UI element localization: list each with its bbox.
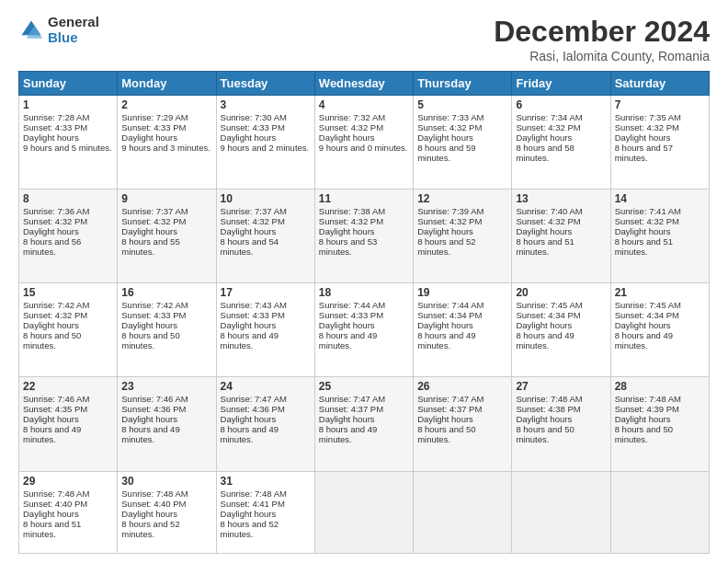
day-number: 12	[417, 192, 507, 205]
table-row: 20 Sunrise: 7:45 AM Sunset: 4:34 PM Dayl…	[512, 283, 610, 377]
table-row: 31 Sunrise: 7:48 AM Sunset: 4:41 PM Dayl…	[216, 471, 314, 553]
daylight-label: Daylight hours	[23, 132, 79, 143]
daylight-value: 8 hours and 59 minutes.	[417, 143, 475, 163]
logo-blue: Blue	[48, 30, 99, 46]
daylight-value: 8 hours and 51 minutes.	[615, 236, 673, 257]
sunset-label: Sunset: 4:33 PM	[121, 310, 186, 320]
sunset-label: Sunset: 4:35 PM	[23, 404, 87, 414]
day-number: 27	[516, 380, 606, 393]
daylight-value: 8 hours and 57 minutes.	[615, 143, 673, 163]
table-row: 23 Sunrise: 7:46 AM Sunset: 4:36 PM Dayl…	[118, 377, 216, 471]
daylight-label: Daylight hours	[417, 414, 473, 424]
day-number: 13	[516, 192, 606, 205]
daylight-label: Daylight hours	[23, 414, 79, 424]
daylight-value: 8 hours and 54 minutes.	[221, 236, 279, 257]
sunset-label: Sunset: 4:39 PM	[615, 404, 679, 414]
daylight-label: Daylight hours	[319, 320, 375, 330]
daylight-label: Daylight hours	[417, 132, 473, 143]
sunset-label: Sunset: 4:33 PM	[221, 122, 285, 132]
header-wednesday: Wednesday	[314, 72, 413, 96]
daylight-label: Daylight hours	[615, 320, 671, 330]
calendar-week-row: 15 Sunrise: 7:42 AM Sunset: 4:32 PM Dayl…	[19, 283, 710, 377]
header-thursday: Thursday	[414, 72, 512, 96]
sunset-label: Sunset: 4:32 PM	[121, 216, 186, 226]
table-row: 26 Sunrise: 7:47 AM Sunset: 4:37 PM Dayl…	[414, 377, 512, 471]
daylight-value: 8 hours and 55 minutes.	[121, 236, 179, 257]
table-row: 25 Sunrise: 7:47 AM Sunset: 4:37 PM Dayl…	[314, 377, 413, 471]
table-row: 21 Sunrise: 7:45 AM Sunset: 4:34 PM Dayl…	[610, 283, 709, 377]
logo: General Blue	[18, 15, 99, 45]
logo-general: General	[48, 15, 99, 30]
sunrise-label: Sunrise: 7:43 AM	[221, 300, 287, 310]
daylight-value: 8 hours and 49 minutes.	[23, 424, 81, 444]
day-number: 14	[615, 192, 705, 205]
day-number: 1	[23, 98, 113, 111]
calendar-week-row: 8 Sunrise: 7:36 AM Sunset: 4:32 PM Dayli…	[19, 190, 710, 283]
daylight-label: Daylight hours	[417, 320, 473, 330]
day-number: 15	[23, 286, 113, 299]
daylight-label: Daylight hours	[121, 414, 177, 424]
table-row: 19 Sunrise: 7:44 AM Sunset: 4:34 PM Dayl…	[414, 283, 512, 377]
calendar-week-row: 1 Sunrise: 7:28 AM Sunset: 4:33 PM Dayli…	[19, 96, 710, 190]
logo-text: General Blue	[48, 15, 99, 45]
sunrise-label: Sunrise: 7:44 AM	[417, 300, 483, 310]
sunrise-label: Sunrise: 7:34 AM	[516, 112, 582, 122]
table-row: 16 Sunrise: 7:42 AM Sunset: 4:33 PM Dayl…	[118, 283, 216, 377]
sunset-label: Sunset: 4:40 PM	[121, 499, 186, 509]
sunrise-label: Sunrise: 7:44 AM	[319, 300, 385, 310]
sunset-label: Sunset: 4:34 PM	[615, 310, 679, 320]
header: General Blue December 2024 Rasi, Ialomit…	[18, 15, 710, 63]
day-number: 24	[221, 380, 311, 393]
sunset-label: Sunset: 4:40 PM	[23, 499, 87, 509]
daylight-label: Daylight hours	[516, 132, 572, 143]
day-number: 10	[221, 192, 311, 205]
daylight-value: 8 hours and 51 minutes.	[23, 519, 81, 539]
daylight-value: 8 hours and 56 minutes.	[23, 236, 81, 257]
sunrise-label: Sunrise: 7:45 AM	[516, 300, 582, 310]
day-number: 26	[417, 380, 507, 393]
table-row: 28 Sunrise: 7:48 AM Sunset: 4:39 PM Dayl…	[610, 377, 709, 471]
day-number: 23	[121, 380, 211, 393]
daylight-label: Daylight hours	[221, 320, 277, 330]
sunrise-label: Sunrise: 7:28 AM	[23, 112, 89, 122]
month-title: December 2024	[494, 15, 710, 49]
logo-icon	[18, 17, 44, 43]
day-number: 28	[615, 380, 705, 393]
sunset-label: Sunset: 4:32 PM	[516, 216, 580, 226]
daylight-value: 8 hours and 50 minutes.	[615, 424, 673, 444]
daylight-label: Daylight hours	[221, 509, 277, 519]
sunset-label: Sunset: 4:32 PM	[417, 122, 482, 132]
sunrise-label: Sunrise: 7:33 AM	[417, 112, 483, 122]
sunrise-label: Sunrise: 7:36 AM	[23, 206, 89, 216]
daylight-label: Daylight hours	[221, 414, 277, 424]
sunrise-label: Sunrise: 7:35 AM	[615, 112, 681, 122]
calendar-header-row: Sunday Monday Tuesday Wednesday Thursday…	[19, 72, 710, 96]
location: Rasi, Ialomita County, Romania	[494, 49, 710, 63]
daylight-value: 8 hours and 49 minutes.	[615, 330, 673, 350]
sunrise-label: Sunrise: 7:48 AM	[121, 488, 188, 499]
sunset-label: Sunset: 4:37 PM	[319, 404, 383, 414]
daylight-label: Daylight hours	[319, 132, 375, 143]
sunset-label: Sunset: 4:34 PM	[417, 310, 482, 320]
sunrise-label: Sunrise: 7:47 AM	[319, 394, 385, 404]
daylight-value: 8 hours and 49 minutes.	[221, 330, 279, 350]
daylight-label: Daylight hours	[417, 226, 473, 236]
day-number: 11	[319, 192, 409, 205]
table-row: 14 Sunrise: 7:41 AM Sunset: 4:32 PM Dayl…	[610, 190, 709, 283]
table-row: 30 Sunrise: 7:48 AM Sunset: 4:40 PM Dayl…	[118, 471, 216, 553]
header-friday: Friday	[512, 72, 610, 96]
daylight-value: 8 hours and 50 minutes.	[23, 330, 81, 350]
sunrise-label: Sunrise: 7:32 AM	[319, 112, 385, 122]
table-row: 1 Sunrise: 7:28 AM Sunset: 4:33 PM Dayli…	[19, 96, 118, 190]
daylight-value: 8 hours and 49 minutes.	[121, 424, 179, 444]
day-number: 31	[221, 475, 311, 488]
day-number: 18	[319, 286, 409, 299]
table-row: 18 Sunrise: 7:44 AM Sunset: 4:33 PM Dayl…	[314, 283, 413, 377]
sunrise-label: Sunrise: 7:38 AM	[319, 206, 385, 216]
daylight-label: Daylight hours	[121, 132, 177, 143]
day-number: 30	[121, 475, 211, 488]
sunrise-label: Sunrise: 7:46 AM	[121, 394, 188, 404]
daylight-value: 8 hours and 50 minutes.	[121, 330, 179, 350]
sunrise-label: Sunrise: 7:37 AM	[121, 206, 188, 216]
table-row: 10 Sunrise: 7:37 AM Sunset: 4:32 PM Dayl…	[216, 190, 314, 283]
